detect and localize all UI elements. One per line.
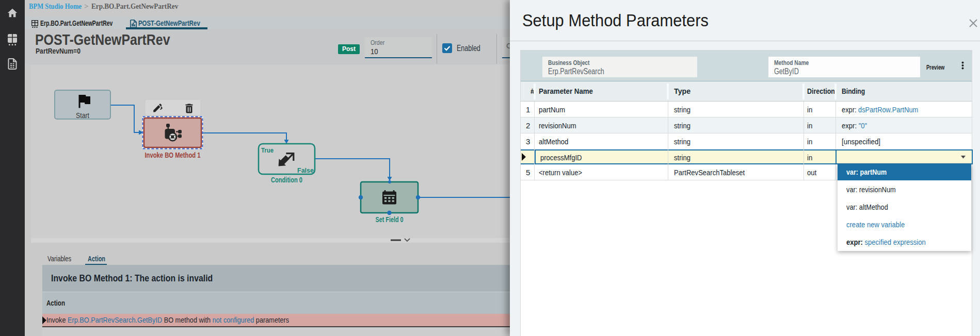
svg-text:Start: Start: [76, 111, 90, 120]
svg-text:Set Field 0: Set Field 0: [376, 215, 404, 224]
svg-text:Condition 0: Condition 0: [271, 176, 302, 184]
svg-text:True: True: [261, 146, 274, 154]
svg-text:Invoke BO Method 1: Invoke BO Method 1: [145, 151, 201, 159]
svg-text:False: False: [297, 166, 314, 174]
